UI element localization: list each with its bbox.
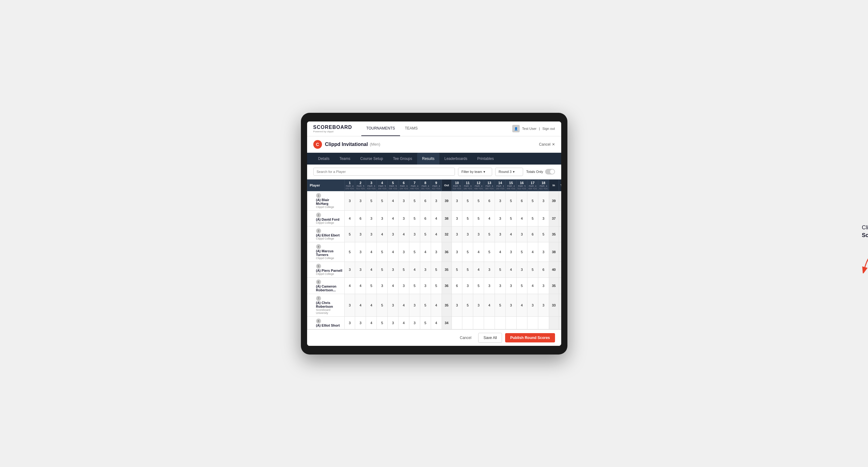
score-h16[interactable] xyxy=(516,294,527,316)
score-h3[interactable] xyxy=(366,226,377,242)
score-h9[interactable] xyxy=(431,316,442,329)
score-input-h17[interactable] xyxy=(529,284,537,288)
score-input-h15[interactable] xyxy=(507,284,515,288)
tab-leaderboards[interactable]: Leaderboards xyxy=(439,153,472,164)
score-h1[interactable] xyxy=(344,277,355,294)
score-input-h2[interactable] xyxy=(356,199,365,203)
score-h16[interactable] xyxy=(516,242,527,261)
score-h17[interactable] xyxy=(527,191,538,210)
score-input-h9[interactable] xyxy=(432,303,440,307)
score-h3[interactable] xyxy=(366,294,377,316)
score-input-h14[interactable] xyxy=(496,232,504,237)
score-h12[interactable] xyxy=(473,226,484,242)
score-h7[interactable] xyxy=(409,226,420,242)
score-input-h11[interactable] xyxy=(464,268,472,272)
score-h14[interactable] xyxy=(495,191,506,210)
score-input-h4[interactable] xyxy=(378,250,386,254)
nav-tournaments[interactable]: TOURNAMENTS xyxy=(361,122,400,136)
score-h18[interactable] xyxy=(538,210,549,226)
score-input-h7[interactable] xyxy=(411,284,418,288)
score-h13[interactable] xyxy=(484,261,495,277)
score-h2[interactable] xyxy=(355,242,366,261)
score-h5[interactable] xyxy=(388,210,399,226)
score-h10[interactable] xyxy=(452,261,462,277)
score-input-h12[interactable] xyxy=(474,284,483,288)
score-h18[interactable] xyxy=(538,191,549,210)
sign-out-link[interactable]: Sign out xyxy=(542,127,555,130)
score-input-h9[interactable] xyxy=(432,284,440,288)
score-input-h1[interactable] xyxy=(345,216,353,221)
score-h5[interactable] xyxy=(388,226,399,242)
score-input-h17[interactable] xyxy=(529,199,537,203)
score-input-h16[interactable] xyxy=(518,303,526,307)
score-h17[interactable] xyxy=(527,242,538,261)
score-input-h14[interactable] xyxy=(496,199,504,203)
score-h17[interactable] xyxy=(527,210,538,226)
totals-toggle-switch[interactable] xyxy=(545,169,555,175)
score-h8[interactable] xyxy=(420,191,431,210)
score-h6[interactable] xyxy=(398,277,409,294)
score-input-h8[interactable] xyxy=(422,232,430,237)
score-input-h14[interactable] xyxy=(496,303,504,307)
score-input-h17[interactable] xyxy=(529,303,537,307)
score-h13[interactable] xyxy=(484,226,495,242)
score-input-h2[interactable] xyxy=(356,216,365,221)
score-h6[interactable] xyxy=(398,191,409,210)
score-h2[interactable] xyxy=(355,261,366,277)
score-h3[interactable] xyxy=(366,191,377,210)
score-input-h17[interactable] xyxy=(529,268,537,272)
score-input-h15[interactable] xyxy=(507,250,515,254)
score-input-h3[interactable] xyxy=(367,303,375,307)
score-h3[interactable] xyxy=(366,242,377,261)
score-input-h13[interactable] xyxy=(485,250,493,254)
score-h16[interactable] xyxy=(516,226,527,242)
score-input-h7[interactable] xyxy=(411,268,418,272)
score-input-h7[interactable] xyxy=(411,303,418,307)
score-input-h6[interactable] xyxy=(400,303,408,307)
score-h3[interactable] xyxy=(366,261,377,277)
score-input-h7[interactable] xyxy=(411,250,418,254)
score-h17[interactable] xyxy=(527,294,538,316)
score-h14[interactable] xyxy=(495,261,506,277)
score-h18[interactable] xyxy=(538,261,549,277)
score-h8[interactable] xyxy=(420,316,431,329)
score-h17[interactable] xyxy=(527,226,538,242)
score-input-h11[interactable] xyxy=(464,284,472,288)
score-h10[interactable] xyxy=(452,242,462,261)
score-h1[interactable] xyxy=(344,191,355,210)
score-h7[interactable] xyxy=(409,277,420,294)
score-h8[interactable] xyxy=(420,277,431,294)
score-input-h11[interactable] xyxy=(464,199,472,203)
score-h12[interactable] xyxy=(473,294,484,316)
score-h4[interactable] xyxy=(377,210,388,226)
score-input-h14[interactable] xyxy=(496,284,504,288)
score-h17[interactable] xyxy=(527,277,538,294)
score-input-h18[interactable] xyxy=(539,250,548,254)
score-input-h1[interactable] xyxy=(345,250,353,254)
score-h4[interactable] xyxy=(377,294,388,316)
tab-course-setup[interactable]: Course Setup xyxy=(355,153,388,164)
score-input-h13[interactable] xyxy=(485,199,493,203)
score-h3[interactable] xyxy=(366,210,377,226)
tournament-cancel-button[interactable]: Cancel ✕ xyxy=(539,142,555,147)
score-h9[interactable] xyxy=(431,277,442,294)
score-input-h3[interactable] xyxy=(367,284,375,288)
score-h5[interactable] xyxy=(388,316,399,329)
score-input-h5[interactable] xyxy=(389,303,397,307)
score-h5[interactable] xyxy=(388,277,399,294)
score-input-h4[interactable] xyxy=(378,199,386,203)
score-h2[interactable] xyxy=(355,191,366,210)
score-h15[interactable] xyxy=(505,191,516,210)
score-h11[interactable] xyxy=(462,191,473,210)
score-input-h3[interactable] xyxy=(367,321,375,325)
score-input-h17[interactable] xyxy=(529,216,537,221)
score-h6[interactable] xyxy=(398,261,409,277)
score-input-h18[interactable] xyxy=(539,284,548,288)
score-input-h9[interactable] xyxy=(432,199,440,203)
score-input-h13[interactable] xyxy=(485,303,493,307)
score-input-h10[interactable] xyxy=(453,268,461,272)
score-h1[interactable] xyxy=(344,242,355,261)
score-input-h5[interactable] xyxy=(389,199,397,203)
score-input-h3[interactable] xyxy=(367,232,375,237)
score-h17[interactable] xyxy=(527,261,538,277)
